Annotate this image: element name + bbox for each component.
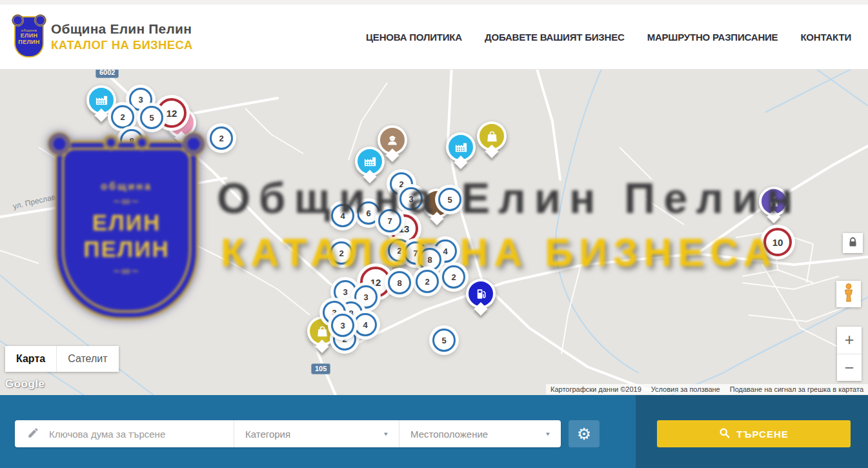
zoom-out-button[interactable]: − [837, 354, 862, 382]
cluster-marker[interactable]: 4 [354, 313, 377, 336]
search-fields-group: Категория ▼ Местоположение ▼ [15, 420, 561, 447]
cluster-marker[interactable]: 5 [432, 329, 456, 352]
nav-item-2[interactable]: ДОБАВЕТЕ ВАШИЯТ БИЗНЕС [485, 32, 625, 43]
logo-line2: ПЕЛИН [18, 39, 39, 45]
emblem-curl-icon [182, 132, 205, 156]
cluster-marker[interactable]: 2 [416, 270, 439, 293]
cluster-count: 3 [340, 321, 345, 331]
chevron-down-icon: ▼ [545, 431, 551, 437]
cluster-count: 2 [451, 272, 456, 282]
worker-pin[interactable] [378, 125, 407, 155]
street-view-pegman-button[interactable] [836, 281, 861, 307]
municipality-logo[interactable]: община ЕЛИН ПЕЛИН [14, 16, 44, 57]
cluster-count: 2 [120, 112, 125, 122]
emblem-curl-icon [103, 135, 119, 150]
map-type-satellite-button[interactable]: Сателит [56, 346, 118, 372]
cluster-count: 3 [343, 287, 347, 297]
cluster-count: 2 [425, 277, 429, 287]
category-select[interactable]: Категория ▼ [234, 420, 399, 447]
attribution-text: Картографски данни ©2019 [550, 385, 641, 393]
fuel-station-pin[interactable] [466, 279, 496, 309]
watermark-emblem: община ~∞~ ЕЛИН ПЕЛИН ~∞~ [55, 141, 198, 320]
cluster-count: 12 [370, 277, 381, 288]
shopping-bag-pin[interactable] [477, 121, 507, 151]
factory-icon [454, 140, 469, 155]
cluster-marker[interactable]: 5 [140, 106, 163, 129]
factory-pin[interactable] [446, 132, 476, 162]
cluster-count: 12 [167, 108, 177, 119]
bag-icon [315, 324, 330, 339]
search-button-label: ТЪРСЕНЕ [736, 429, 789, 440]
emblem-top-text: община [101, 181, 152, 192]
attribution-link[interactable]: Подаване на сигнал за грешка в картата [730, 385, 863, 393]
cluster-count: 2 [219, 134, 223, 143]
cluster-count: 5 [149, 113, 154, 123]
cluster-count: 4 [363, 320, 367, 330]
cluster-marker[interactable]: 3 [334, 280, 357, 303]
factory-pin[interactable] [86, 85, 116, 115]
road-number-label: 105 [311, 363, 330, 374]
logo-line1: ЕЛИН [21, 32, 38, 39]
cluster-count: 8 [397, 278, 401, 288]
worker-icon [385, 132, 400, 148]
pencil-icon [27, 427, 39, 442]
search-icon [719, 427, 730, 440]
main-nav: ЦЕНОВА ПОЛИТИКАДОБАВЕТЕ ВАШИЯТ БИЗНЕСМАР… [366, 32, 851, 43]
keyword-search-input[interactable] [48, 428, 234, 440]
fullscreen-lock-button[interactable] [843, 233, 863, 253]
advanced-settings-button[interactable]: ⚙ [569, 420, 600, 447]
cluster-count: 5 [441, 336, 446, 345]
brand-text: Община Елин Пелин КАТАЛОГ НА БИЗНЕСА [51, 21, 193, 52]
emblem-name-line2: ПЕЛИН [83, 236, 170, 262]
factory-pin[interactable] [355, 147, 385, 176]
cluster-marker[interactable]: 8 [388, 271, 411, 294]
attribution-link[interactable]: Условия за ползване [651, 385, 720, 393]
factory-icon [94, 93, 109, 108]
keyword-field-wrap [15, 420, 234, 447]
emblem-name-line1: ЕЛИН [92, 210, 161, 236]
header: община ЕЛИН ПЕЛИН Община Елин Пелин КАТА… [0, 0, 868, 70]
cluster-count: 3 [138, 95, 143, 105]
fuel-icon [474, 287, 489, 301]
road-number-label: 6002 [96, 70, 119, 78]
watermark-title: Община Елин Пелин [217, 173, 802, 223]
watermark-subtitle: КАТАЛОГ НА БИЗНЕСА [221, 230, 778, 275]
bag-icon [485, 129, 500, 144]
category-select-value: Категория [245, 429, 290, 440]
emblem-ornament: ~∞~ [113, 265, 140, 277]
cluster-marker[interactable]: 3 [331, 314, 354, 337]
search-bar: Категория ▼ Местоположение ▼ ⚙ ТЪРСЕНЕ [0, 395, 868, 468]
nav-item-3[interactable]: МАРШРУТНО РАЗПИСАНИЕ [647, 32, 778, 43]
cluster-marker[interactable]: 2 [111, 105, 134, 128]
page: община ЕЛИН ПЕЛИН Община Елин Пелин КАТА… [0, 0, 868, 468]
pegman-icon [842, 283, 856, 305]
location-select-value: Местоположение [410, 429, 488, 440]
zoom-in-button[interactable]: + [837, 327, 862, 354]
cluster-marker[interactable]: 2 [210, 127, 233, 150]
map-canvas[interactable]: 32512282356471322748128223338342510 6002… [0, 70, 868, 395]
map-type-map-button[interactable]: Карта [5, 346, 56, 372]
emblem-curl-icon [48, 132, 71, 156]
lock-icon [848, 237, 858, 250]
google-logo[interactable]: Google [5, 378, 45, 391]
cluster-marker[interactable]: 2 [442, 265, 465, 289]
gear-icon: ⚙ [577, 426, 591, 442]
nav-item-4[interactable]: КОНТАКТИ [800, 32, 851, 43]
search-button[interactable]: ТЪРСЕНЕ [657, 420, 851, 447]
emblem-curl-icon [134, 135, 150, 150]
cluster-count: 3 [363, 292, 368, 302]
location-select[interactable]: Местоположение ▼ [399, 420, 561, 447]
site-title: Община Елин Пелин [51, 21, 193, 37]
zoom-control: + − [837, 327, 862, 381]
emblem-ornament: ~∞~ [113, 195, 140, 207]
site-subtitle: КАТАЛОГ НА БИЗНЕСА [51, 38, 193, 52]
map-attribution: Картографски данни ©2019Условия за ползв… [546, 384, 868, 394]
chevron-down-icon: ▼ [383, 431, 389, 437]
nav-item-1[interactable]: ЦЕНОВА ПОЛИТИКА [366, 32, 462, 43]
map-type-control: Карта Сателит [5, 346, 119, 372]
factory-icon [363, 154, 378, 169]
